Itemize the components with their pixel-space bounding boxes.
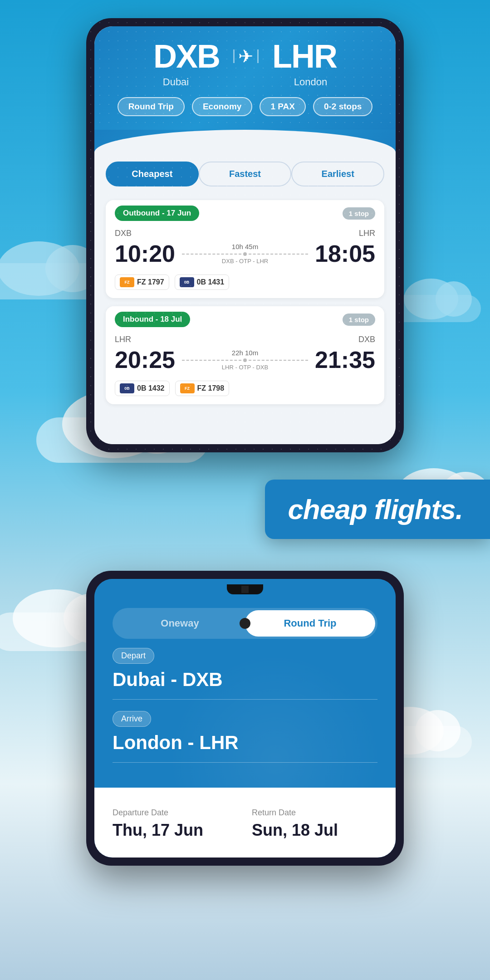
arrive-divider xyxy=(113,762,377,763)
tagline-text: cheap flights. xyxy=(288,494,463,525)
airport-names: Dubai London xyxy=(110,76,380,88)
arrive-field[interactable]: Arrive London - LHR xyxy=(113,711,377,763)
depart-value[interactable]: Dubai - DXB xyxy=(113,669,377,690)
phone-screen-2: Oneway Round Trip Depart Dubai - DXB Arr… xyxy=(94,579,396,858)
outbound-airline1: FZ FZ 1797 xyxy=(115,274,169,290)
departure-date-label: Departure Date xyxy=(113,808,238,818)
inbound-airlines: 0B 0B 1432 FZ FZ 1798 xyxy=(106,377,384,404)
inbound-via: LHR - OTP - DXB xyxy=(182,364,308,371)
outbound-flight1-num: FZ 1797 xyxy=(137,278,164,286)
inbound-dest: DXB xyxy=(358,335,375,344)
inbound-arrive: 21:35 xyxy=(315,348,375,372)
toggle-container: Oneway Round Trip xyxy=(94,594,396,648)
return-date-col[interactable]: Return Date Sun, 18 Jul xyxy=(252,808,377,839)
trip-type-tag[interactable]: Round Trip xyxy=(118,97,185,116)
phone-mockup-1: DXB ✈ LHR Dubai London Round Trip Econom… xyxy=(86,18,404,452)
outbound-badge: Outbound - 17 Jun xyxy=(115,206,199,221)
return-date-value[interactable]: Sun, 18 Jul xyxy=(252,821,377,839)
flight-results: Outbound - 17 Jun 1 stop DXB LHR 10:20 1… xyxy=(94,193,396,426)
departure-date-value[interactable]: Thu, 17 Jun xyxy=(113,821,238,839)
inbound-badge: Inbound - 18 Jul xyxy=(115,312,190,327)
date-section: Departure Date Thu, 17 Jun Return Date S… xyxy=(94,788,396,858)
inbound-card[interactable]: Inbound - 18 Jul 1 stop LHR DXB 20:25 22… xyxy=(106,306,384,404)
tab-cheapest[interactable]: Cheapest xyxy=(106,162,199,186)
price-peek xyxy=(94,426,396,444)
sort-tabs: Cheapest Fastest Earliest xyxy=(94,152,396,193)
outbound-dest: LHR xyxy=(359,229,375,238)
outbound-header: Outbound - 17 Jun 1 stop xyxy=(106,200,384,226)
phone-screen-1: DXB ✈ LHR Dubai London Round Trip Econom… xyxy=(94,26,396,444)
toggle-dot xyxy=(240,618,250,629)
tagline-section: cheap flights. xyxy=(0,480,490,539)
dest-code: LHR xyxy=(272,40,337,73)
origin-name: Dubai xyxy=(163,76,189,88)
depart-divider xyxy=(113,699,377,700)
wave-divider xyxy=(94,130,396,152)
outbound-stop-badge: 1 stop xyxy=(343,207,375,220)
inbound-airline1: 0B 0B 1432 xyxy=(115,381,170,396)
depart-label: Depart xyxy=(113,648,154,664)
inbound-stop-badge: 1 stop xyxy=(343,314,375,326)
blueair-logo: 0B xyxy=(180,277,194,287)
stops-tag[interactable]: 0-2 stops xyxy=(313,97,372,116)
outbound-airports: DXB LHR xyxy=(106,226,384,242)
phone-notch xyxy=(94,579,396,594)
inbound-header: Inbound - 18 Jul 1 stop xyxy=(106,306,384,333)
inbound-origin: LHR xyxy=(115,335,131,344)
phone-mockup-2: Oneway Round Trip Depart Dubai - DXB Arr… xyxy=(86,571,404,866)
inbound-flight2-num: FZ 1798 xyxy=(197,384,225,392)
pax-tag[interactable]: 1 PAX xyxy=(260,97,306,116)
outbound-card[interactable]: Outbound - 17 Jun 1 stop DXB LHR 10:20 1… xyxy=(106,200,384,298)
tagline-box: cheap flights. xyxy=(265,480,490,539)
cabin-tag[interactable]: Economy xyxy=(192,97,253,116)
inbound-times: 20:25 22h 10m LHR - OTP - DXB 21:35 xyxy=(106,348,384,377)
search-form: Depart Dubai - DXB Arrive London - LHR xyxy=(94,648,396,788)
flydubai-logo-2: FZ xyxy=(180,383,195,393)
departure-date-col[interactable]: Departure Date Thu, 17 Jun xyxy=(113,808,238,839)
inbound-airline2: FZ FZ 1798 xyxy=(175,381,230,396)
inbound-duration-text: 22h 10m xyxy=(182,349,308,357)
outbound-flight2-num: 0B 1431 xyxy=(197,278,225,286)
outbound-arrive: 18:05 xyxy=(315,242,375,265)
return-date-label: Return Date xyxy=(252,808,377,818)
depart-field[interactable]: Depart Dubai - DXB xyxy=(113,648,377,700)
outbound-times: 10:20 10h 45m DXB - OTP - LHR 18:05 xyxy=(106,242,384,271)
route-plane-icon: ✈ xyxy=(233,46,259,67)
date-grid: Departure Date Thu, 17 Jun Return Date S… xyxy=(113,808,377,839)
outbound-duration: 10h 45m DXB - OTP - LHR xyxy=(175,243,315,265)
inbound-airports: LHR DXB xyxy=(106,333,384,348)
arrive-value[interactable]: London - LHR xyxy=(113,732,377,753)
tab-earliest[interactable]: Earliest xyxy=(291,162,384,186)
inbound-duration-line xyxy=(182,358,308,362)
outbound-origin: DXB xyxy=(115,229,132,238)
oneway-toggle[interactable]: Oneway xyxy=(115,610,245,637)
tab-fastest[interactable]: Fastest xyxy=(199,162,292,186)
flight-route: DXB ✈ LHR xyxy=(110,40,380,73)
inbound-duration: 22h 10m LHR - OTP - DXB xyxy=(175,349,315,371)
dest-name: London xyxy=(294,76,327,88)
flydubai-logo: FZ xyxy=(120,277,134,287)
blueair-logo-2: 0B xyxy=(120,383,134,393)
flight-filters: Round Trip Economy 1 PAX 0-2 stops xyxy=(110,97,380,130)
outbound-duration-text: 10h 45m xyxy=(182,243,308,250)
origin-code: DXB xyxy=(153,40,220,73)
outbound-via: DXB - OTP - LHR xyxy=(182,258,308,265)
flight-header: DXB ✈ LHR Dubai London Round Trip Econom… xyxy=(94,26,396,130)
arrive-label: Arrive xyxy=(113,711,151,727)
outbound-airlines: FZ FZ 1797 0B 0B 1431 xyxy=(106,271,384,298)
outbound-duration-line xyxy=(182,252,308,256)
outbound-depart: 10:20 xyxy=(115,242,175,265)
inbound-depart: 20:25 xyxy=(115,348,175,372)
trip-type-toggle[interactable]: Oneway Round Trip xyxy=(113,608,377,639)
roundtrip-toggle[interactable]: Round Trip xyxy=(245,610,375,637)
inbound-flight1-num: 0B 1432 xyxy=(137,384,165,392)
outbound-airline2: 0B 0B 1431 xyxy=(175,274,230,290)
